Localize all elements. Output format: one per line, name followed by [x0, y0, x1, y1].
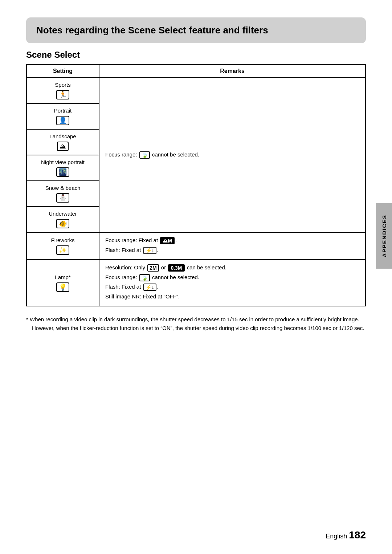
- appendices-sidebar: APPENDICES: [376, 203, 392, 269]
- portrait-icon: 👤: [56, 116, 69, 125]
- lamp-remark-3: Flash: Fixed at ⚡↓.: [105, 283, 359, 291]
- title-box: Notes regarding the Scene Select feature…: [26, 17, 366, 43]
- sports-icon: 🏃: [56, 90, 69, 99]
- footnote-text: * When recording a video clip in dark su…: [26, 315, 366, 333]
- setting-name-lamp: Lamp*: [33, 274, 93, 280]
- remarks-focus-text: Focus range: 🍃 cannot be selected.: [105, 151, 199, 158]
- table-row: Lamp* 💡 Resolution: Only 2M or 0.3M can …: [26, 260, 366, 306]
- remarks-focus-range-group: Focus range: 🍃 cannot be selected.: [99, 78, 366, 232]
- remarks-fireworks: Focus range: Fixed at ⛰M. Flash: Fixed a…: [99, 232, 366, 260]
- remarks-lamp: Resolution: Only 2M or 0.3M can be selec…: [99, 260, 366, 306]
- setting-name-portrait: Portrait: [33, 107, 93, 114]
- snow-icon: ⛄: [56, 193, 69, 203]
- focus-macro-icon: 🍃: [139, 274, 150, 281]
- landscape-icon: ⛰: [57, 142, 69, 151]
- fireworks-icon: ✨: [56, 245, 69, 255]
- setting-name-snow: Snow & beach: [33, 185, 93, 191]
- page-title: Notes regarding the Scene Select feature…: [36, 24, 356, 37]
- lamp-remark-4: Still image NR: Fixed at “OFF”.: [105, 293, 359, 301]
- fireworks-remark-2: Flash: Fixed at ⚡↓.: [105, 246, 359, 254]
- res-2m-icon: 2M: [147, 264, 159, 272]
- page-num: 182: [349, 529, 366, 541]
- page-lang: English: [326, 533, 347, 540]
- flash-fixed-icon: ⚡↓: [143, 284, 156, 291]
- page-number: English 182: [326, 529, 366, 541]
- lamp-icon: 💡: [56, 282, 69, 292]
- lamp-remark-2: Focus range: 🍃 cannot be selected.: [105, 273, 359, 282]
- nightview-icon: 🌃: [56, 167, 69, 177]
- setting-name-fireworks: Fireworks: [33, 237, 93, 243]
- setting-name-nightview: Night view portrait: [33, 159, 93, 165]
- focus-icon: 🍃: [139, 151, 150, 159]
- table-row: Sports 🏃 Focus range: 🍃 cannot be select…: [26, 78, 366, 103]
- setting-name-underwater: Underwater: [33, 211, 93, 217]
- col-header-setting: Setting: [26, 65, 99, 78]
- table-row: Fireworks ✨ Focus range: Fixed at ⛰M. Fl…: [26, 232, 366, 260]
- footnote: * When recording a video clip in dark su…: [26, 315, 366, 333]
- lamp-remark-1: Resolution: Only 2M or 0.3M can be selec…: [105, 264, 359, 272]
- scene-select-table: Setting Remarks Sports 🏃 Focus range: 🍃 …: [26, 64, 366, 306]
- appendices-label: APPENDICES: [381, 215, 387, 257]
- mountain-icon: ⛰M: [160, 237, 175, 244]
- fireworks-remark-1: Focus range: Fixed at ⛰M.: [105, 236, 359, 245]
- setting-name-sports: Sports: [33, 82, 93, 88]
- res-03m-icon: 0.3M: [168, 264, 184, 272]
- col-header-remarks: Remarks: [99, 65, 366, 78]
- underwater-icon: 🐠: [56, 219, 69, 228]
- setting-name-landscape: Landscape: [33, 133, 93, 139]
- flash-icon: ⚡↓: [143, 247, 156, 254]
- section-heading: Scene Select: [26, 50, 366, 60]
